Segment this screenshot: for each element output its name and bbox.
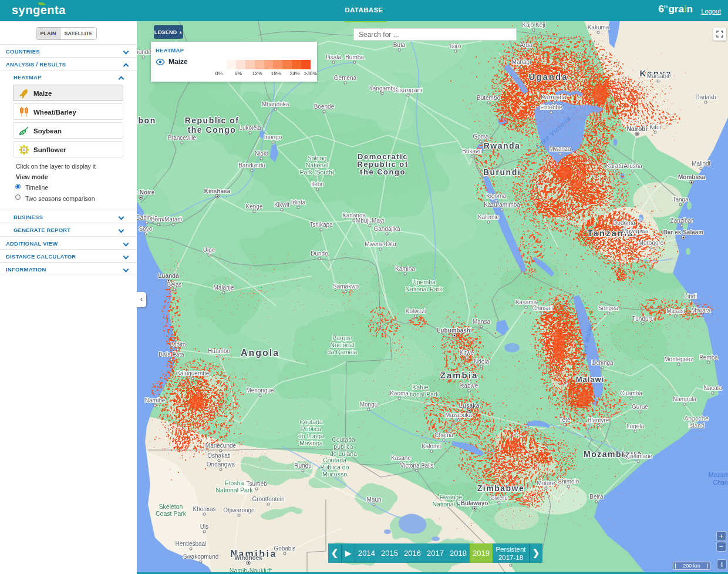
svg-text:Mombasa: Mombasa xyxy=(678,174,706,180)
svg-text:Parque: Parque xyxy=(332,334,352,341)
svg-text:Nampula: Nampula xyxy=(673,396,696,402)
svg-text:Isiro: Isiro xyxy=(450,43,461,49)
svg-text:Gurue: Gurue xyxy=(632,404,648,410)
svg-text:Island: Island xyxy=(688,422,705,429)
svg-text:Lisala: Lisala xyxy=(326,54,342,61)
svg-text:Marsabit: Marsabit xyxy=(647,73,670,79)
svg-text:Chimoio: Chimoio xyxy=(558,478,579,485)
svg-text:Soyo: Soyo xyxy=(139,226,153,232)
svg-text:Namibe: Namibe xyxy=(145,397,166,404)
svg-text:abon: abon xyxy=(137,116,156,125)
svg-text:Pública: Pública xyxy=(301,425,322,432)
svg-text:Arua: Arua xyxy=(520,42,532,48)
svg-text:Mpwapwa: Mpwapwa xyxy=(622,228,648,234)
svg-text:Cuamba: Cuamba xyxy=(620,390,642,397)
svg-text:Zimbabwe: Zimbabwe xyxy=(477,484,524,493)
svg-text:Tanga: Tanga xyxy=(672,196,689,203)
svg-text:Caluquembe: Caluquembe xyxy=(176,370,210,377)
svg-text:Tete: Tete xyxy=(560,417,571,423)
svg-text:Etosha: Etosha xyxy=(225,479,244,486)
svg-text:Nairobi: Nairobi xyxy=(627,126,648,132)
svg-text:Montepuez: Montepuez xyxy=(664,356,693,362)
svg-text:Kikwit: Kikwit xyxy=(274,202,289,208)
svg-text:Dodoma: Dodoma xyxy=(613,220,635,226)
svg-text:Rundu: Rundu xyxy=(294,462,311,469)
svg-text:Beira: Beira xyxy=(589,494,604,500)
svg-text:Goma: Goma xyxy=(473,133,489,140)
svg-text:Bukavu: Bukavu xyxy=(462,148,481,155)
svg-text:Choma: Choma xyxy=(434,432,454,438)
svg-text:Inongo: Inongo xyxy=(264,134,282,140)
svg-text:pública: pública xyxy=(333,443,353,450)
svg-text:Lusaka: Lusaka xyxy=(459,402,480,409)
svg-text:Karatu: Karatu xyxy=(606,163,623,169)
svg-text:Buta: Buta xyxy=(393,42,406,48)
svg-text:Kaoma: Kaoma xyxy=(390,390,409,397)
svg-text:Mwene-Ditu: Mwene-Ditu xyxy=(365,241,396,247)
svg-text:Coutada: Coutada xyxy=(323,456,346,464)
svg-text:Idiofa: Idiofa xyxy=(291,199,306,206)
svg-text:Gobabis: Gobabis xyxy=(274,545,295,552)
svg-text:Belas: Belas xyxy=(167,281,181,288)
svg-text:Bulawayo: Bulawayo xyxy=(461,500,488,506)
svg-text:Upemba: Upemba xyxy=(412,278,436,286)
svg-text:Kakuma: Kakuma xyxy=(588,24,609,31)
svg-text:the Congo: the Congo xyxy=(188,125,237,135)
svg-text:Kitui: Kitui xyxy=(649,124,660,130)
svg-text:Ndola: Ndola xyxy=(474,358,490,365)
svg-text:do Longa: do Longa xyxy=(298,432,324,439)
svg-text:Lubumbashi: Lubumbashi xyxy=(437,327,472,334)
svg-text:Nacala: Nacala xyxy=(703,385,722,391)
svg-text:Nacional: Nacional xyxy=(331,341,355,348)
svg-text:Khorixas: Khorixas xyxy=(193,506,216,512)
svg-text:Skeleton: Skeleton xyxy=(159,503,183,510)
svg-text:Kitwe: Kitwe xyxy=(460,350,474,356)
svg-text:Uige: Uige xyxy=(203,247,215,253)
svg-text:Park (South): Park (South) xyxy=(300,169,335,176)
svg-text:Samakwo: Samakwo xyxy=(333,283,359,290)
svg-text:Menongue: Menongue xyxy=(246,387,274,394)
svg-text:Otjiwarongo: Otjiwarongo xyxy=(223,507,255,513)
svg-text:Mariecunde: Mariecunde xyxy=(205,442,237,449)
svg-text:Gemena: Gemena xyxy=(334,75,357,81)
svg-text:Kamina: Kamina xyxy=(395,266,415,272)
svg-text:Kalomo: Kalomo xyxy=(422,443,441,449)
svg-text:Lichinga: Lichinga xyxy=(591,360,614,366)
svg-text:Morogoro: Morogoro xyxy=(639,240,664,246)
svg-text:Burundi: Burundi xyxy=(483,167,521,177)
svg-text:Butembo: Butembo xyxy=(477,95,500,101)
svg-text:Mavinga: Mavinga xyxy=(299,439,323,447)
svg-text:Lobito: Lobito xyxy=(170,341,186,348)
svg-text:Lukolela: Lukolela xyxy=(239,125,261,131)
svg-text:Mansa: Mansa xyxy=(473,318,490,325)
svg-text:Chinsali: Chinsali xyxy=(532,305,553,311)
svg-text:Uis: Uis xyxy=(200,523,208,530)
svg-text:Salong: Salong xyxy=(308,155,327,162)
svg-text:Songea: Songea xyxy=(598,305,619,311)
svg-text:Tshikapa: Tshikapa xyxy=(309,221,333,228)
svg-text:Mahagi: Mahagi xyxy=(512,59,531,65)
svg-text:Mongu: Mongu xyxy=(360,401,378,408)
svg-text:Kolwezi: Kolwezi xyxy=(406,308,426,314)
svg-text:da Cameia: da Cameia xyxy=(328,348,358,355)
svg-text:Mazabuka: Mazabuka xyxy=(445,412,473,418)
svg-text:Kampala: Kampala xyxy=(541,93,567,100)
svg-text:Tunduru: Tunduru xyxy=(632,315,654,322)
svg-text:inte-Noire: inte-Noire xyxy=(137,189,155,196)
svg-text:Hentiesbaai: Hentiesbaai xyxy=(176,541,207,547)
svg-text:Uganda: Uganda xyxy=(528,72,568,82)
svg-text:Arusha: Arusha xyxy=(623,163,642,169)
svg-text:Coutada: Coutada xyxy=(332,436,355,443)
svg-text:National Park: National Park xyxy=(405,286,443,293)
svg-text:Malanje: Malanje xyxy=(213,284,234,291)
svg-text:Gandajika: Gandajika xyxy=(373,226,400,232)
svg-text:Dundo: Dundo xyxy=(311,250,328,257)
svg-text:Coast Park: Coast Park xyxy=(156,510,187,517)
svg-text:Mbandaka: Mbandaka xyxy=(262,101,289,108)
svg-text:Mozamb: Mozamb xyxy=(709,471,728,478)
svg-text:Lindi: Lindi xyxy=(684,293,696,300)
svg-text:Swakopmund: Swakopmund xyxy=(183,553,219,560)
svg-text:Luanda: Luanda xyxy=(158,273,179,279)
svg-text:Angola: Angola xyxy=(241,348,279,358)
svg-text:Matadi: Matadi xyxy=(164,216,182,223)
